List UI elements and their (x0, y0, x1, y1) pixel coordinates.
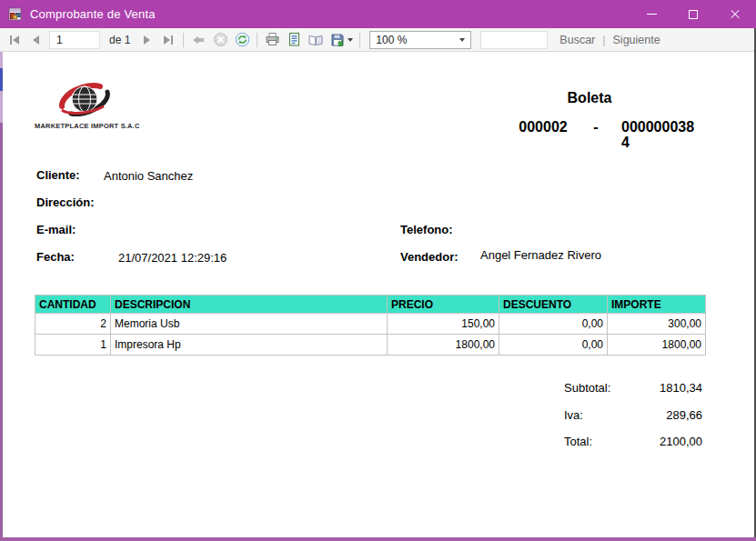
titlebar: Comprobante de Venta (0, 0, 756, 28)
print-layout-icon (287, 32, 302, 47)
print-button[interactable] (261, 30, 283, 50)
app-window: Comprobante de Venta de 1 (0, 0, 756, 541)
table-row: 1 Impresora Hp 1800,00 0,00 1800,00 (35, 335, 706, 356)
window-border-left (0, 52, 3, 537)
last-page-icon (161, 33, 176, 47)
maximize-icon (689, 10, 698, 19)
company-name: MARKETPLACE IMPORT S.A.C (35, 122, 135, 130)
zoom-select[interactable]: 100 % (369, 31, 471, 49)
next-page-button[interactable] (136, 30, 157, 50)
table-row: 2 Memoria Usb 150,00 0,00 300,00 (35, 314, 706, 335)
col-descuento: DESCUENTO (499, 296, 608, 314)
first-page-icon (7, 33, 22, 47)
page-setup-button[interactable] (305, 30, 327, 50)
cell-importe: 1800,00 (608, 335, 706, 356)
back-icon (191, 33, 206, 47)
report-toolbar: de 1 (0, 28, 756, 52)
cell-precio: 150,00 (388, 314, 499, 335)
doc-type-title: Boleta (546, 90, 633, 106)
cell-descripcion: Impresora Hp (111, 335, 388, 356)
items-table: CANTIDAD DESCRIPCION PRECIO DESCUENTO IM… (35, 295, 706, 356)
vendedor-value: Angel Fernadez Rivero (480, 248, 601, 262)
email-label: E-mail: (36, 223, 76, 236)
col-cantidad: CANTIDAD (35, 296, 111, 314)
company-logo: MARKETPLACE IMPORT S.A.C (35, 79, 135, 134)
cell-descuento: 0,00 (499, 314, 608, 335)
maximize-button[interactable] (672, 0, 714, 28)
prev-page-icon (29, 33, 44, 47)
page-setup-icon (307, 33, 324, 47)
cell-importe: 300,00 (608, 314, 706, 335)
search-input[interactable] (480, 31, 548, 49)
minimize-icon (647, 14, 657, 15)
doc-serie: 000002 (509, 119, 577, 135)
print-icon (265, 32, 280, 47)
next-page-icon (139, 33, 154, 47)
find-divider: | (602, 34, 605, 46)
refresh-icon (235, 32, 250, 47)
close-button[interactable] (714, 0, 756, 28)
stop-button[interactable] (209, 30, 231, 50)
cell-descuento: 0,00 (499, 335, 608, 356)
cell-descripcion: Memoria Usb (111, 314, 388, 335)
iva-value: 289,66 (622, 408, 702, 422)
find-button[interactable]: Buscar (559, 34, 595, 46)
cell-cantidad: 2 (35, 314, 111, 335)
window-title: Comprobante de Venta (30, 7, 156, 21)
cliente-value: Antonio Sanchez (104, 169, 193, 183)
zoom-value: 100 % (376, 34, 407, 46)
prev-page-button[interactable] (25, 30, 47, 50)
items-header-row: CANTIDAD DESCRIPCION PRECIO DESCUENTO IM… (35, 296, 706, 314)
doc-number-separator: - (590, 119, 602, 135)
telefono-label: Telefono: (400, 223, 453, 236)
window-controls (630, 0, 756, 28)
report-page: MARKETPLACE IMPORT S.A.C Boleta 000002 -… (0, 52, 754, 537)
form-icon (8, 7, 23, 22)
col-importe: IMPORTE (608, 296, 706, 314)
cell-precio: 1800,00 (388, 335, 499, 356)
direccion-label: Dirección: (36, 195, 95, 209)
refresh-button[interactable] (231, 30, 253, 50)
col-descripcion: DESCRIPCION (111, 296, 388, 314)
zoom-dropdown-icon (459, 38, 465, 42)
toolbar-separator (183, 33, 184, 47)
vendedor-label: Vendedor: (400, 250, 459, 264)
find-next-button[interactable]: Siguiente (613, 34, 660, 46)
close-icon (730, 9, 741, 20)
cell-cantidad: 1 (35, 335, 111, 356)
page-count-label: de 1 (109, 34, 130, 46)
cliente-label: Cliente: (36, 168, 80, 182)
doc-number: 0000000384 (621, 119, 698, 150)
minimize-button[interactable] (630, 0, 672, 28)
print-layout-button[interactable] (283, 30, 305, 50)
fecha-value: 21/07/2021 12:29:16 (118, 251, 227, 265)
total-value: 2100,00 (622, 435, 702, 448)
stop-icon (213, 32, 228, 47)
page-number-input[interactable] (49, 31, 100, 49)
window-border-bottom (0, 537, 756, 541)
globe-logo-icon (35, 79, 135, 123)
first-page-button[interactable] (4, 30, 25, 50)
export-dropdown-icon (348, 38, 353, 42)
toolbar-separator (359, 33, 360, 47)
last-page-button[interactable] (157, 30, 179, 50)
export-icon (330, 33, 345, 47)
subtotal-value: 1810,34 (622, 381, 702, 395)
back-button[interactable] (187, 30, 209, 50)
export-button[interactable] (327, 30, 356, 50)
toolbar-separator (257, 33, 257, 47)
fecha-label: Fecha: (36, 250, 75, 264)
col-precio: PRECIO (388, 296, 499, 314)
